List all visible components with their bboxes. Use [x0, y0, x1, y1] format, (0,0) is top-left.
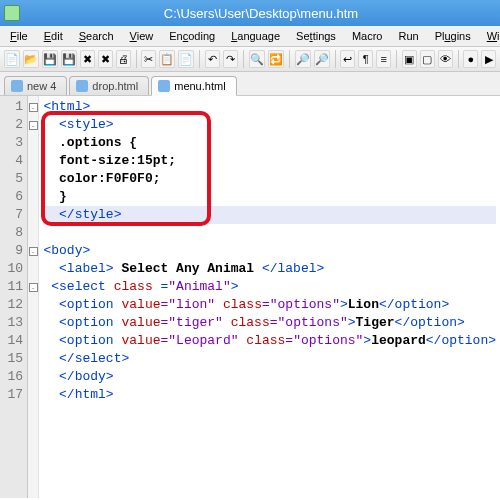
fold-toggle-icon[interactable]: - — [29, 103, 38, 112]
fold-gutter[interactable]: - - - - — [28, 96, 39, 498]
line-number-gutter: 1234 5678 9101112 13141516 17 — [0, 96, 28, 498]
toolbar-separator — [289, 50, 290, 68]
file-icon — [76, 80, 88, 92]
toolbar-separator — [243, 50, 244, 68]
file-icon — [11, 80, 23, 92]
save-all-button[interactable]: 💾 — [61, 50, 77, 68]
toolbar-separator — [458, 50, 459, 68]
toolbar: 📄 📂 💾 💾 ✖ ✖ 🖨 ✂ 📋 📄 ↶ ↷ 🔍 🔁 🔎 🔎 ↩ ¶ ≡ ▣ … — [0, 47, 500, 72]
file-icon — [158, 80, 170, 92]
fold-button[interactable]: ▣ — [402, 50, 417, 68]
menu-encoding[interactable]: Encoding — [163, 28, 221, 44]
tab-label: menu.html — [174, 80, 225, 92]
redo-button[interactable]: ↷ — [223, 50, 238, 68]
paste-button[interactable]: 📄 — [178, 50, 194, 68]
tab-label: drop.html — [92, 80, 138, 92]
menu-macro[interactable]: Macro — [346, 28, 389, 44]
fold-toggle-icon[interactable]: - — [29, 247, 38, 256]
menu-settings[interactable]: Settings — [290, 28, 342, 44]
menu-search[interactable]: Search — [73, 28, 120, 44]
menu-language[interactable]: Language — [225, 28, 286, 44]
macro-play-button[interactable]: ▶ — [481, 50, 496, 68]
cut-button[interactable]: ✂ — [141, 50, 156, 68]
fold-toggle-icon[interactable]: - — [29, 283, 38, 292]
toolbar-separator — [199, 50, 200, 68]
wordwrap-button[interactable]: ↩ — [340, 50, 355, 68]
tab-bar: new 4 drop.html menu.html — [0, 72, 500, 96]
window-title: C:\Users\User\Desktop\menu.htm — [26, 6, 496, 21]
hide-lines-button[interactable]: 👁 — [438, 50, 453, 68]
copy-button[interactable]: 📋 — [159, 50, 175, 68]
app-icon — [4, 5, 20, 21]
unfold-button[interactable]: ▢ — [420, 50, 435, 68]
menu-file[interactable]: File — [4, 28, 34, 44]
toolbar-separator — [136, 50, 137, 68]
tab-label: new 4 — [27, 80, 56, 92]
menu-window[interactable]: Window — [481, 28, 500, 44]
code-area[interactable]: <html> <style> .options { font-size:15pt… — [39, 96, 500, 498]
menu-plugins[interactable]: Plugins — [429, 28, 477, 44]
tab-menu[interactable]: menu.html — [151, 76, 236, 96]
save-button[interactable]: 💾 — [42, 50, 58, 68]
zoom-in-button[interactable]: 🔎 — [295, 50, 311, 68]
new-file-button[interactable]: 📄 — [4, 50, 20, 68]
show-chars-button[interactable]: ¶ — [358, 50, 373, 68]
tab-new4[interactable]: new 4 — [4, 76, 67, 95]
indent-guide-button[interactable]: ≡ — [376, 50, 391, 68]
menu-bar: File Edit Search View Encoding Language … — [0, 26, 500, 47]
editor[interactable]: 1234 5678 9101112 13141516 17 - - - - <h… — [0, 96, 500, 498]
zoom-out-button[interactable]: 🔎 — [314, 50, 330, 68]
toolbar-separator — [335, 50, 336, 68]
print-button[interactable]: 🖨 — [116, 50, 131, 68]
undo-button[interactable]: ↶ — [205, 50, 220, 68]
close-button[interactable]: ✖ — [80, 50, 95, 68]
close-all-button[interactable]: ✖ — [98, 50, 113, 68]
menu-run[interactable]: Run — [392, 28, 424, 44]
macro-record-button[interactable]: ● — [463, 50, 478, 68]
tab-drop[interactable]: drop.html — [69, 76, 149, 95]
fold-toggle-icon[interactable]: - — [29, 121, 38, 130]
toolbar-separator — [396, 50, 397, 68]
title-bar: C:\Users\User\Desktop\menu.htm — [0, 0, 500, 26]
menu-edit[interactable]: Edit — [38, 28, 69, 44]
open-file-button[interactable]: 📂 — [23, 50, 39, 68]
replace-button[interactable]: 🔁 — [268, 50, 284, 68]
find-button[interactable]: 🔍 — [249, 50, 265, 68]
menu-view[interactable]: View — [124, 28, 160, 44]
